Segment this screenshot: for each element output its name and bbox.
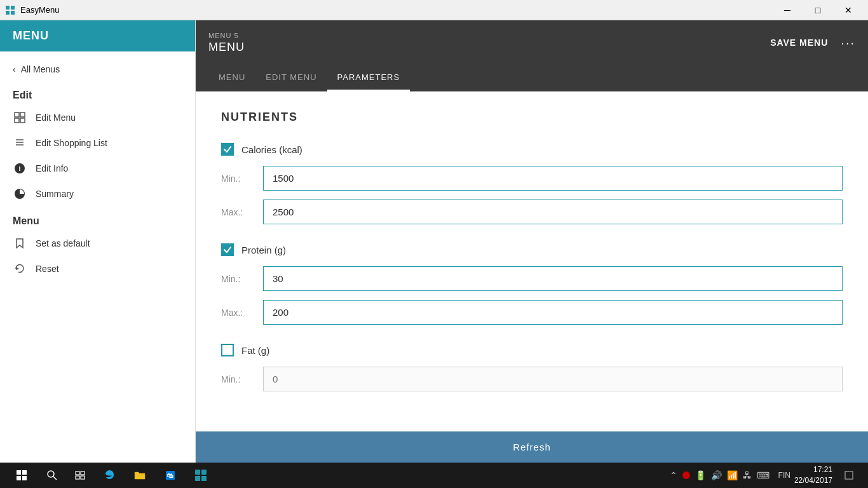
- calories-max-input[interactable]: [263, 200, 843, 224]
- notification-icon: [844, 470, 854, 480]
- svg-line-17: [53, 477, 57, 480]
- tab-menu[interactable]: MENU: [208, 65, 255, 92]
- sidebar-title: MENU: [13, 29, 49, 42]
- protein-checkbox[interactable]: [221, 243, 234, 256]
- header-left: MENU 5 MENU: [208, 20, 245, 65]
- protein-max-input[interactable]: [263, 300, 843, 325]
- chart-icon: [13, 188, 27, 200]
- app-title: EasyMenu: [20, 5, 59, 15]
- close-button[interactable]: ✕: [834, 0, 863, 20]
- protein-min-input[interactable]: [263, 266, 843, 291]
- protein-max-row: Max.:: [221, 300, 843, 325]
- protein-checkbox-row: Protein (g): [221, 243, 843, 256]
- sidebar-item-summary-label: Summary: [36, 189, 74, 199]
- tab-parameters[interactable]: PARAMETERS: [327, 65, 410, 92]
- maximize-button[interactable]: □: [803, 0, 832, 20]
- svg-rect-6: [15, 118, 19, 123]
- back-arrow-icon: ‹: [13, 64, 16, 74]
- sidebar-item-set-default[interactable]: Set as default: [0, 231, 195, 256]
- svg-rect-3: [11, 11, 15, 15]
- svg-rect-21: [81, 476, 85, 479]
- battery-icon: 🔋: [695, 470, 706, 480]
- fat-label: Fat (g): [241, 345, 269, 356]
- checkmark-icon: [223, 245, 232, 254]
- taskbar-clock[interactable]: 17:21 22/04/2017: [794, 464, 832, 486]
- tab-edit-menu[interactable]: EDIT MENU: [255, 65, 327, 92]
- main-header: MENU 5 MENU SAVE MENU ···: [196, 20, 868, 65]
- protein-min-label: Min.:: [221, 274, 253, 284]
- taskbar-store-icon[interactable]: 🛍: [156, 463, 184, 488]
- svg-rect-20: [76, 476, 79, 479]
- notification-button[interactable]: [836, 463, 862, 488]
- calories-checkbox[interactable]: [221, 143, 234, 156]
- taskbar-explorer-icon[interactable]: [126, 463, 154, 488]
- svg-rect-27: [201, 476, 207, 481]
- protein-label: Protein (g): [241, 245, 286, 255]
- keyboard-icon: ⌨: [757, 470, 770, 480]
- svg-rect-2: [6, 11, 10, 15]
- more-options-icon[interactable]: ···: [841, 36, 855, 50]
- info-icon: i: [13, 163, 27, 174]
- taskbar-right: ⌃ 🔋 🔊 📶 🖧 ⌨ FIN 17:21 22/04/2017: [665, 463, 862, 488]
- start-button[interactable]: [6, 463, 37, 488]
- taskbar-edge-icon[interactable]: [95, 463, 123, 488]
- svg-text:🛍: 🛍: [167, 472, 173, 479]
- header-title: MENU: [208, 41, 245, 54]
- svg-marker-14: [17, 239, 23, 248]
- fat-min-input[interactable]: [263, 367, 843, 391]
- svg-rect-5: [20, 112, 25, 117]
- svg-point-16: [48, 471, 54, 477]
- easymenu-taskbar-icon: [194, 469, 207, 482]
- sidebar-item-edit-info-label: Edit Info: [36, 163, 68, 173]
- wifi-icon[interactable]: 📶: [727, 470, 738, 480]
- grid-icon: [13, 112, 27, 123]
- page-content: NUTRIENTS Calories (kcal) Min.: Max.: [196, 92, 868, 431]
- task-view-button[interactable]: [67, 463, 93, 488]
- svg-rect-0: [6, 6, 10, 10]
- volume-icon[interactable]: 🔊: [711, 470, 722, 480]
- sidebar-item-summary[interactable]: Summary: [0, 181, 195, 207]
- sidebar-item-edit-info[interactable]: i Edit Info: [0, 156, 195, 181]
- search-button[interactable]: [39, 463, 65, 488]
- taskbar-left: 🛍: [6, 463, 215, 488]
- svg-marker-15: [16, 267, 19, 270]
- network-icon: 🖧: [743, 470, 752, 480]
- calories-max-label: Max.:: [221, 207, 253, 217]
- taskbar-system-icons: ⌃ 🔋 🔊 📶 🖧 ⌨: [665, 470, 775, 480]
- protein-min-row: Min.:: [221, 266, 843, 291]
- refresh-bar[interactable]: Refresh: [196, 431, 868, 463]
- fat-min-label: Min.:: [221, 374, 253, 384]
- checkmark-icon: [223, 145, 232, 154]
- save-menu-button[interactable]: SAVE MENU: [770, 37, 828, 48]
- fat-checkbox[interactable]: [221, 344, 234, 356]
- taskbar-easymenu-icon[interactable]: [187, 463, 215, 488]
- sidebar-item-edit-shopping-list[interactable]: Edit Shopping List: [0, 130, 195, 156]
- svg-rect-24: [195, 470, 200, 475]
- nutrient-group-fat: Fat (g) Min.:: [221, 344, 843, 391]
- clock-date: 22/04/2017: [794, 475, 832, 486]
- sidebar-item-reset[interactable]: Reset: [0, 256, 195, 281]
- task-view-icon: [75, 470, 85, 480]
- sidebar-item-edit-menu[interactable]: Edit Menu: [0, 105, 195, 130]
- up-arrow-icon[interactable]: ⌃: [670, 470, 677, 480]
- sidebar-item-edit-menu-label: Edit Menu: [36, 112, 76, 123]
- calories-label: Calories (kcal): [241, 144, 302, 155]
- bookmark-icon: [13, 238, 27, 249]
- app-icon: [5, 5, 15, 15]
- language-indicator[interactable]: FIN: [778, 471, 790, 480]
- nutrient-group-calories: Calories (kcal) Min.: Max.:: [221, 143, 843, 224]
- calories-min-input[interactable]: [263, 166, 843, 191]
- header-subtitle: MENU 5: [208, 32, 245, 39]
- status-indicator: [682, 471, 690, 479]
- back-link[interactable]: ‹ All Menus: [0, 58, 195, 81]
- sidebar-item-edit-shopping-list-label: Edit Shopping List: [36, 138, 107, 148]
- windows-logo-icon: [17, 470, 27, 480]
- svg-rect-25: [201, 470, 207, 475]
- minimize-button[interactable]: ─: [773, 0, 802, 20]
- refresh-label: Refresh: [513, 442, 551, 452]
- list-icon: [13, 137, 27, 149]
- protein-max-label: Max.:: [221, 308, 253, 318]
- explorer-icon: [133, 469, 146, 482]
- menu-section-label: Menu: [0, 207, 195, 231]
- title-bar-left: EasyMenu: [5, 5, 59, 15]
